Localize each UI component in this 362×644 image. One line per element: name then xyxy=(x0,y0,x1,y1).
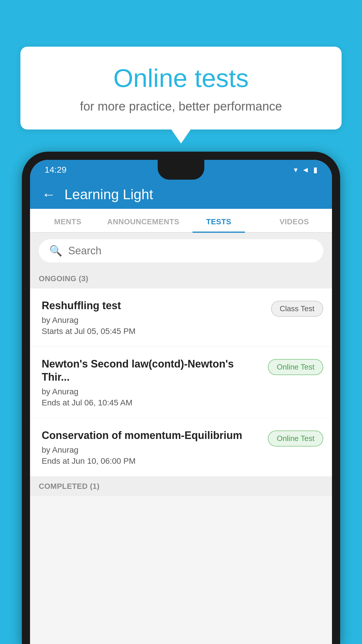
wifi-icon: ▾ xyxy=(294,165,298,174)
search-input[interactable] xyxy=(68,245,313,257)
battery-icon: ▮ xyxy=(313,165,317,174)
completed-section-label: COMPLETED (1) xyxy=(30,477,332,496)
back-button[interactable]: ← xyxy=(42,186,56,202)
signal-icon: ◄ xyxy=(302,165,309,174)
status-bar: 14:29 ▾ ◄ ▮ xyxy=(30,160,332,180)
test-item[interactable]: Reshuffling test by Anurag Starts at Jul… xyxy=(30,288,332,347)
test-info: Newton's Second law(contd)-Newton's Thir… xyxy=(42,357,262,407)
test-date: Starts at Jul 05, 05:45 PM xyxy=(42,327,265,336)
test-name: Reshuffling test xyxy=(42,299,265,312)
test-date: Ends at Jul 06, 10:45 AM xyxy=(42,398,262,407)
tab-tests[interactable]: TESTS xyxy=(181,217,256,232)
test-badge: Online Test xyxy=(268,430,323,447)
tab-announcements[interactable]: ANNOUNCEMENTS xyxy=(106,217,181,232)
test-badge: Online Test xyxy=(268,359,323,375)
phone-screen: 14:29 ▾ ◄ ▮ ← Learning Light MENTS ANNOU… xyxy=(30,160,332,644)
speech-bubble: Online tests for more practice, better p… xyxy=(20,47,342,130)
app-header: ← Learning Light xyxy=(30,180,332,209)
tab-videos[interactable]: VIDEOS xyxy=(256,217,332,232)
search-bar: 🔍 xyxy=(39,239,323,262)
tab-bar: MENTS ANNOUNCEMENTS TESTS VIDEOS xyxy=(30,209,332,233)
test-name: Conservation of momentum-Equilibrium xyxy=(42,429,262,442)
test-list: Reshuffling test by Anurag Starts at Jul… xyxy=(30,288,332,477)
test-name: Newton's Second law(contd)-Newton's Thir… xyxy=(42,357,262,384)
bubble-subtitle: for more practice, better performance xyxy=(35,99,327,113)
test-info: Reshuffling test by Anurag Starts at Jul… xyxy=(42,299,265,336)
status-time: 14:29 xyxy=(45,165,66,175)
test-item[interactable]: Newton's Second law(contd)-Newton's Thir… xyxy=(30,347,332,418)
bubble-title: Online tests xyxy=(35,64,327,92)
test-badge: Class Test xyxy=(271,301,323,317)
test-date: Ends at Jun 10, 06:00 PM xyxy=(42,456,262,466)
status-icons: ▾ ◄ ▮ xyxy=(294,165,317,174)
tab-ments[interactable]: MENTS xyxy=(30,217,106,232)
search-icon: 🔍 xyxy=(49,245,62,257)
test-info: Conservation of momentum-Equilibrium by … xyxy=(42,429,262,466)
app-title: Learning Light xyxy=(64,186,153,202)
test-by: by Anurag xyxy=(42,316,265,325)
test-item[interactable]: Conservation of momentum-Equilibrium by … xyxy=(30,418,332,477)
phone-frame: 14:29 ▾ ◄ ▮ ← Learning Light MENTS ANNOU… xyxy=(22,152,340,644)
test-by: by Anurag xyxy=(42,445,262,455)
ongoing-section-label: ONGOING (3) xyxy=(30,269,332,288)
test-by: by Anurag xyxy=(42,387,262,396)
search-container: 🔍 xyxy=(30,233,332,269)
